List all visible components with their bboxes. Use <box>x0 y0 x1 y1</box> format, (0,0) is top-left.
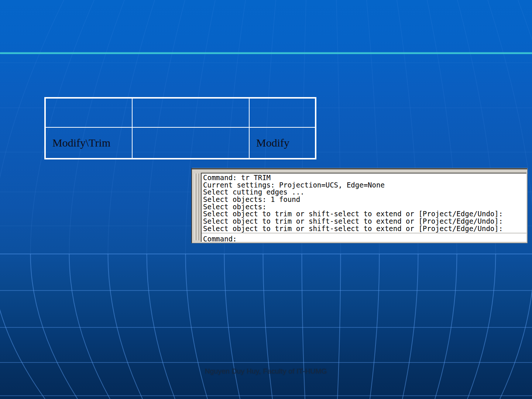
footer-credit: Nguyen Duy Huy, Faculty of IT-HUMG <box>0 367 532 375</box>
table-cell <box>132 98 249 127</box>
command-prompt-line[interactable]: Command: <box>202 234 526 242</box>
table-cell <box>249 98 315 127</box>
command-console[interactable]: Command: tr TRIM Current settings: Proje… <box>201 173 526 242</box>
window-top-edge <box>192 168 527 170</box>
console-line: Select object to trim or shift-select to… <box>203 225 526 233</box>
command-reference-table: Modify\Trim Modify <box>44 97 316 159</box>
console-line: Select object to trim or shift-select to… <box>203 218 526 225</box>
slide-background: Modify\Trim Modify Command: tr TRIM Curr… <box>0 0 532 399</box>
table-cell <box>45 98 132 127</box>
table-cell-toolbar-name: Modify <box>249 127 315 158</box>
table-cell-menu-path: Modify\Trim <box>45 127 132 158</box>
table-cell <box>132 127 249 158</box>
console-line: Command: tr TRIM <box>203 174 526 182</box>
autocad-command-window: Command: tr TRIM Current settings: Proje… <box>191 168 528 243</box>
title-divider-line <box>0 52 532 54</box>
console-line: Select objects: 1 found <box>203 196 526 203</box>
window-grip-handle[interactable] <box>195 173 199 240</box>
command-history: Command: tr TRIM Current settings: Proje… <box>202 173 526 233</box>
